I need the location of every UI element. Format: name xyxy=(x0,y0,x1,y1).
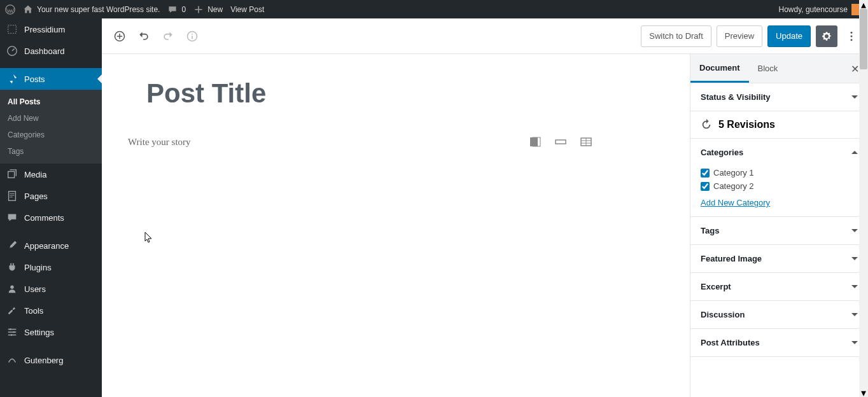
sidebar-item-appearance[interactable]: Appearance xyxy=(0,235,102,256)
editor: Switch to Draft Preview Update Write you… xyxy=(102,18,868,397)
section-discussion: Discussion xyxy=(690,301,868,329)
chevron-down-icon xyxy=(851,341,858,347)
chevron-down-icon xyxy=(851,313,858,319)
new-link[interactable]: New xyxy=(193,4,223,15)
comment-count: 0 xyxy=(181,5,186,14)
submenu-all-posts[interactable]: All Posts xyxy=(0,94,102,110)
featured-toggle[interactable]: Featured Image xyxy=(690,245,868,272)
image-block-icon[interactable] xyxy=(529,136,542,148)
posts-submenu: All Posts Add New Categories Tags xyxy=(0,90,102,164)
svg-point-6 xyxy=(10,328,11,330)
svg-rect-1 xyxy=(8,25,17,34)
howdy-text: Howdy, gutencourse xyxy=(778,5,848,14)
wide-block-icon[interactable] xyxy=(554,136,567,148)
wrench-icon xyxy=(6,305,18,316)
section-tags: Tags xyxy=(690,217,868,245)
editor-header: Switch to Draft Preview Update xyxy=(102,18,868,54)
submenu-add-new[interactable]: Add New xyxy=(0,110,102,127)
svg-rect-17 xyxy=(556,140,566,144)
block-placeholder[interactable]: Write your story xyxy=(128,137,191,148)
howdy-link[interactable]: Howdy, gutencourse xyxy=(778,4,863,15)
discussion-toggle[interactable]: Discussion xyxy=(690,301,868,328)
sidebar-item-dashboard[interactable]: Dashboard xyxy=(0,40,102,62)
section-attributes: Post Attributes xyxy=(690,329,868,357)
sidebar-item-comments[interactable]: Comments xyxy=(0,207,102,228)
sidebar-item-media[interactable]: Media xyxy=(0,164,102,185)
sidebar-item-posts[interactable]: Posts xyxy=(0,68,102,90)
section-revisions: 5 Revisions xyxy=(690,111,868,139)
sidebar-item-settings[interactable]: Settings xyxy=(0,321,102,343)
table-block-icon[interactable] xyxy=(580,136,592,148)
redo-button[interactable] xyxy=(158,26,178,46)
submenu-categories[interactable]: Categories xyxy=(0,127,102,143)
gutenberg-icon xyxy=(6,354,18,366)
host-label: Pressidium xyxy=(24,25,65,34)
comment-icon xyxy=(167,4,178,15)
category-2-checkbox[interactable]: Category 2 xyxy=(701,179,858,193)
svg-point-14 xyxy=(851,39,853,41)
preview-button[interactable]: Preview xyxy=(717,25,762,47)
site-name: Your new super fast WordPress site. xyxy=(37,5,160,14)
more-vert-icon xyxy=(845,30,858,43)
sidebar-item-users[interactable]: Users xyxy=(0,278,102,300)
host-icon xyxy=(6,24,18,35)
sidebar-item-tools[interactable]: Tools xyxy=(0,300,102,321)
media-icon xyxy=(6,169,18,180)
excerpt-toggle[interactable]: Excerpt xyxy=(690,273,868,300)
brush-icon xyxy=(6,240,18,251)
submenu-tags[interactable]: Tags xyxy=(0,143,102,160)
attributes-toggle[interactable]: Post Attributes xyxy=(690,329,868,356)
scroll-down-icon[interactable]: ▾ xyxy=(859,388,868,397)
tags-toggle[interactable]: Tags xyxy=(690,217,868,244)
admin-sidebar: Pressidium Dashboard Posts All Posts Add… xyxy=(0,18,102,397)
svg-point-13 xyxy=(851,35,853,37)
panel-tabs: Document Block ✕ xyxy=(690,54,868,83)
switch-to-draft-button[interactable]: Switch to Draft xyxy=(641,25,711,47)
site-link[interactable]: Your new super fast WordPress site. xyxy=(23,4,160,15)
settings-button[interactable] xyxy=(816,25,837,47)
chevron-down-icon xyxy=(851,229,858,235)
post-title-input[interactable] xyxy=(146,73,541,114)
pin-icon xyxy=(6,73,18,85)
more-button[interactable] xyxy=(843,25,860,47)
info-button[interactable] xyxy=(182,26,202,46)
page-scrollbar[interactable]: ▴ ▾ xyxy=(859,0,868,397)
category-1-checkbox[interactable]: Category 1 xyxy=(701,166,858,179)
svg-point-8 xyxy=(11,334,13,336)
home-icon xyxy=(23,4,33,15)
sidebar-item-pages[interactable]: Pages xyxy=(0,185,102,207)
undo-button[interactable] xyxy=(134,26,154,46)
user-icon xyxy=(6,283,18,295)
gear-icon xyxy=(821,31,832,42)
sidebar-item-plugins[interactable]: Plugins xyxy=(0,256,102,278)
svg-rect-4 xyxy=(9,192,16,200)
section-categories: Categories Category 1 Category 2 Add New… xyxy=(690,139,868,217)
tab-document[interactable]: Document xyxy=(690,54,749,83)
plus-icon xyxy=(193,4,204,15)
tab-block[interactable]: Block xyxy=(749,54,787,83)
revisions-link[interactable]: 5 Revisions xyxy=(690,111,868,138)
svg-rect-3 xyxy=(8,172,15,178)
update-button[interactable]: Update xyxy=(767,25,811,47)
scroll-thumb[interactable] xyxy=(860,9,867,69)
section-status: Status & Visibility xyxy=(690,83,868,111)
chevron-down-icon xyxy=(851,95,858,102)
comments-icon xyxy=(6,212,18,223)
cat2-check[interactable] xyxy=(701,182,710,191)
svg-point-11 xyxy=(192,33,193,34)
admin-bar: Your new super fast WordPress site. 0 Ne… xyxy=(0,0,868,18)
categories-toggle[interactable]: Categories xyxy=(690,139,868,166)
add-block-button[interactable] xyxy=(109,26,130,46)
status-toggle[interactable]: Status & Visibility xyxy=(690,83,868,111)
editor-canvas[interactable]: Write your story xyxy=(102,54,690,397)
page-icon xyxy=(6,190,18,202)
sidebar-item-host[interactable]: Pressidium xyxy=(0,18,102,40)
scroll-up-icon[interactable]: ▴ xyxy=(859,0,868,9)
comments-link[interactable]: 0 xyxy=(167,4,186,15)
cat1-check[interactable] xyxy=(701,169,710,178)
wp-logo[interactable] xyxy=(5,4,15,15)
add-category-link[interactable]: Add New Category xyxy=(701,198,770,207)
view-post-link[interactable]: View Post xyxy=(230,5,264,14)
new-label: New xyxy=(207,5,223,14)
sidebar-item-gutenberg[interactable]: Gutenberg xyxy=(0,349,102,371)
